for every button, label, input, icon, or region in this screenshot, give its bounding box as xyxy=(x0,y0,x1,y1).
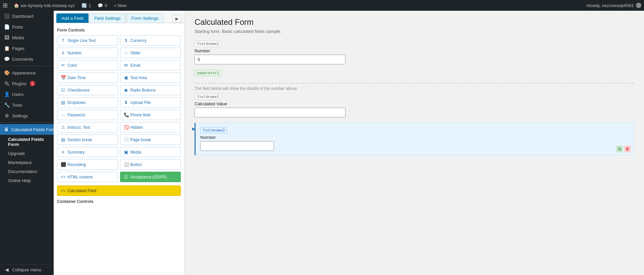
field-actions: ⧉ 🗑 xyxy=(616,146,631,152)
tools-icon: 🔧 xyxy=(4,102,9,108)
container-controls-label: Container Controls xyxy=(57,199,181,204)
submenu-item-upgrade[interactable]: Upgrade xyxy=(0,149,54,158)
tab-arrow-btn[interactable]: ▶ xyxy=(172,15,181,23)
sidebar-item-dashboard[interactable]: ⬛ Dashboard xyxy=(0,11,54,21)
field-btn-single-line-text[interactable]: T Single Line Text xyxy=(57,35,118,46)
field-btn-html-content[interactable]: <> HTML content xyxy=(57,172,118,182)
sidebar: ⬛ Dashboard 📄 Posts 🖼 Media 📋 Pages 💬 Co… xyxy=(0,11,54,275)
field-delete-button[interactable]: 🗑 xyxy=(624,146,631,152)
field-btn-radio-buttons[interactable]: ◉ Radio Buttons xyxy=(120,85,181,95)
field-btn-text-area[interactable]: ▣ Text Area xyxy=(120,72,181,83)
checkboxes-icon: ☑ xyxy=(61,88,65,93)
media-field-icon: ▣ xyxy=(124,150,128,155)
dropdown-icon: ▤ xyxy=(61,100,65,105)
settings-icon: ⚙ xyxy=(4,113,9,118)
button-icon: ⬜ xyxy=(124,162,128,167)
radio-buttons-icon: ◉ xyxy=(124,88,128,93)
tab-form-settings[interactable]: Form Settings xyxy=(126,13,164,23)
pages-icon: 📋 xyxy=(4,46,9,51)
adminbar-comments[interactable]: 💬 0 xyxy=(94,3,110,8)
sidebar-item-posts[interactable]: 📄 Posts xyxy=(0,21,54,32)
acceptance-icon: ☑ xyxy=(124,174,128,179)
field-label-calculated-value: Calculated Value xyxy=(195,101,634,106)
field-btn-checkboxes[interactable]: ☑ Checkboxes xyxy=(57,85,118,95)
field-tag-fieldname2: fieldname2 xyxy=(195,41,221,47)
recording-icon: ⬛ xyxy=(61,162,65,167)
sidebar-submenu: Calculated Fields Form Upgrade Marketpla… xyxy=(0,135,54,185)
field-btn-dropdown[interactable]: ▤ Dropdown xyxy=(57,97,118,108)
separator-block: separator1 The field below will show the… xyxy=(195,70,634,91)
adminbar-howdy: Howdy, nezoneseje6581 xyxy=(587,3,641,8)
password-icon: ··· xyxy=(61,112,65,117)
field-btn-date-time[interactable]: 📅 Date Time xyxy=(57,72,118,83)
sidebar-item-comments[interactable]: 💬 Comments xyxy=(0,54,54,64)
email-icon: ✉ xyxy=(124,63,128,68)
submenu-item-online-help[interactable]: Online Help xyxy=(0,176,54,185)
field-btn-acceptance[interactable]: ☑ Acceptance (GDPR) xyxy=(120,172,181,182)
sidebar-item-tools[interactable]: 🔧 Tools xyxy=(0,100,54,110)
tab-bar: Add a Field Field Settings Form Settings… xyxy=(54,11,184,23)
field-btn-button[interactable]: ⬜ Button xyxy=(120,159,181,170)
sidebar-item-pages[interactable]: 📋 Pages xyxy=(0,43,54,54)
plugins-icon: 🔌 xyxy=(4,81,9,86)
sidebar-collapse[interactable]: ◀ Collapse menu xyxy=(0,264,54,275)
sidebar-item-media[interactable]: 🖼 Media xyxy=(0,32,54,43)
field-btn-phone-field[interactable]: 📞 Phone field xyxy=(120,110,181,120)
field-btn-password[interactable]: ··· Password xyxy=(57,110,118,120)
field-btn-recording[interactable]: ⬛ Recording xyxy=(57,159,118,170)
field-btn-summary[interactable]: ≡ Summary xyxy=(57,147,118,157)
field-btn-number[interactable]: # Number xyxy=(57,48,118,58)
submenu-item-documentation[interactable]: Documentation xyxy=(0,167,54,176)
color-icon: ✏ xyxy=(61,63,65,68)
dashboard-icon: ⬛ xyxy=(4,13,9,19)
adminbar-new[interactable]: + New xyxy=(111,3,130,8)
text-area-icon: ▣ xyxy=(124,75,128,80)
posts-icon: 📄 xyxy=(4,24,9,30)
users-icon: 👤 xyxy=(4,92,9,97)
plugins-badge: 1 xyxy=(30,81,35,86)
sidebar-item-calc-fields-form[interactable]: 🖩 Calculated Fields Form xyxy=(0,124,54,135)
sidebar-item-plugins[interactable]: 🔌 Plugins 1 xyxy=(0,78,54,89)
number-icon: # xyxy=(61,50,65,55)
instruct-text-icon: ⚠ xyxy=(61,125,65,130)
form-field-fieldname1: fieldname1 Calculated Value xyxy=(195,94,634,117)
field-btn-email[interactable]: ✉ Email xyxy=(120,60,181,70)
adminbar-updates[interactable]: 🔄 1 xyxy=(78,3,94,8)
field-btn-instruct-text[interactable]: ⚠ Instruct. Text xyxy=(57,122,118,132)
field-copy-button[interactable]: ⧉ xyxy=(616,146,623,152)
field-btn-slider[interactable]: ↔ Slider xyxy=(120,48,181,58)
field-btn-upload-file[interactable]: ⬆ Upload File xyxy=(120,97,181,108)
sidebar-item-settings[interactable]: ⚙ Settings xyxy=(0,110,54,121)
tab-field-settings[interactable]: Field Settings xyxy=(89,13,126,23)
field-btn-currency[interactable]: $ Currency xyxy=(120,35,181,46)
wp-logo-icon: ⊞ xyxy=(3,2,8,9)
field-tag-separator1: separator1 xyxy=(195,70,221,76)
panel-scroll: Form Controls T Single Line Text $ Curre… xyxy=(54,23,184,275)
sidebar-item-users[interactable]: 👤 Users xyxy=(0,89,54,100)
field-input-fieldname3[interactable] xyxy=(200,141,274,151)
field-btn-section-break[interactable]: ▤ Section break xyxy=(57,134,118,145)
submenu-item-calc-fields-form[interactable]: Calculated Fields Form xyxy=(0,135,54,149)
comments-icon: 💬 xyxy=(98,3,103,8)
section-break-icon: ▤ xyxy=(61,137,65,142)
form-preview: Calculated Form Starting form. Basic cal… xyxy=(184,11,644,275)
form-field-fieldname2: fieldname2 Number xyxy=(195,41,634,64)
field-tag-fieldname1: fieldname1 xyxy=(195,94,221,100)
field-btn-media[interactable]: ▣ Media xyxy=(120,147,181,157)
field-btn-calculated-field[interactable]: <> Calculated Field xyxy=(57,185,181,196)
form-subtitle: Starting form. Basic calculated fields s… xyxy=(195,29,634,34)
field-input-fieldname2[interactable] xyxy=(195,55,345,64)
field-btn-hidden[interactable]: 🚫 Hidden xyxy=(120,122,181,132)
appearance-icon: 🎨 xyxy=(4,70,9,75)
calculated-field-icon: <> xyxy=(61,188,65,193)
field-input-fieldname1[interactable] xyxy=(195,108,345,117)
sidebar-item-appearance[interactable]: 🎨 Appearance xyxy=(0,67,54,78)
submenu-item-marketplace[interactable]: Marketplace xyxy=(0,158,54,167)
field-btn-page-break[interactable]: 📄 Page break xyxy=(120,134,181,145)
slider-icon: ↔ xyxy=(124,50,128,55)
summary-icon: ≡ xyxy=(61,150,65,155)
tab-add-field[interactable]: Add a Field xyxy=(56,13,89,23)
field-btn-color[interactable]: ✏ Color xyxy=(57,60,118,70)
adminbar-site-name[interactable]: 🏠 we-dynasty-lole.instawp.xyz xyxy=(10,3,78,8)
panel-section-label: Form Controls xyxy=(57,28,181,33)
